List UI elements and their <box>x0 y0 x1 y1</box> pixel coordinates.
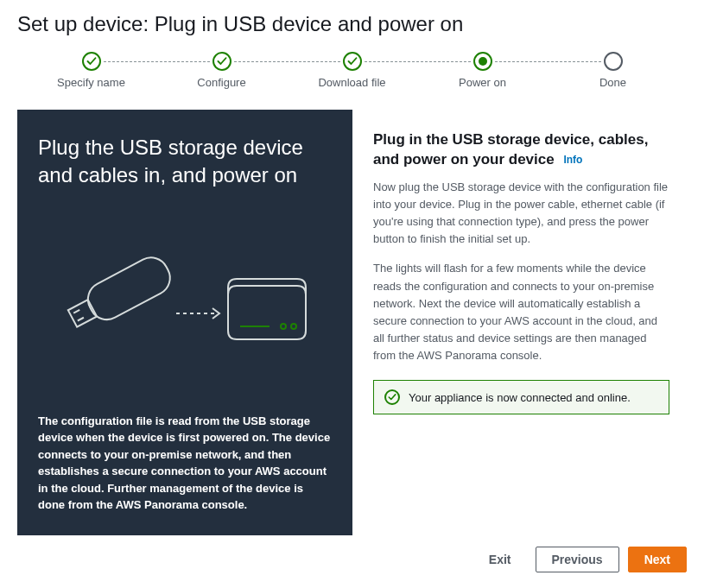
step-label: Power on <box>459 76 506 89</box>
wizard-footer: Exit Previous Next <box>473 547 687 572</box>
right-panel: Plug in the USB storage device, cables, … <box>352 110 687 535</box>
svg-point-7 <box>291 324 296 329</box>
check-circle-icon <box>384 389 400 405</box>
step-download-file[interactable]: Download file <box>287 52 417 89</box>
illustration-svg <box>55 244 314 365</box>
step-label: Specify name <box>57 76 125 89</box>
step-done-icon <box>82 52 101 71</box>
step-future-icon <box>604 52 623 71</box>
svg-point-6 <box>281 324 286 329</box>
wizard-main: Plug the USB storage device and cables i… <box>17 110 687 535</box>
exit-button[interactable]: Exit <box>473 547 527 572</box>
step-current-icon <box>473 52 492 71</box>
step-label: Done <box>599 76 626 89</box>
step-power-on[interactable]: Power on <box>417 52 548 89</box>
right-panel-title: Plug in the USB storage device, cables, … <box>373 130 669 170</box>
next-button[interactable]: Next <box>628 547 687 572</box>
instruction-para-2: The lights will flash for a few moments … <box>373 260 669 364</box>
left-panel-caption: The configuration file is read from the … <box>38 413 332 514</box>
step-label: Configure <box>197 76 245 89</box>
left-panel: Plug the USB storage device and cables i… <box>17 110 352 535</box>
usb-to-device-illustration <box>38 240 332 370</box>
step-specify-name[interactable]: Specify name <box>26 52 156 89</box>
svg-line-3 <box>78 318 84 321</box>
step-done-icon <box>343 52 362 71</box>
left-panel-title: Plug the USB storage device and cables i… <box>38 134 332 190</box>
info-link[interactable]: Info <box>563 154 582 166</box>
step-done[interactable]: Done <box>548 52 678 89</box>
right-title-text: Plug in the USB storage device, cables, … <box>373 131 648 168</box>
instruction-para-1: Now plug the USB storage device with the… <box>373 179 669 249</box>
wizard-page: Set up device: Plug in USB device and po… <box>0 0 704 588</box>
alert-text: Your appliance is now connected and onli… <box>409 391 631 404</box>
wizard-stepper: Specify name Configure Download file Pow… <box>26 52 678 89</box>
step-done-icon <box>212 52 231 71</box>
previous-button[interactable]: Previous <box>536 547 619 572</box>
success-alert: Your appliance is now connected and onli… <box>373 380 669 414</box>
page-title: Set up device: Plug in USB device and po… <box>17 12 687 36</box>
step-configure[interactable]: Configure <box>156 52 287 89</box>
step-label: Download file <box>318 76 385 89</box>
svg-line-2 <box>73 310 79 313</box>
right-panel-body: Now plug the USB storage device with the… <box>373 179 669 364</box>
